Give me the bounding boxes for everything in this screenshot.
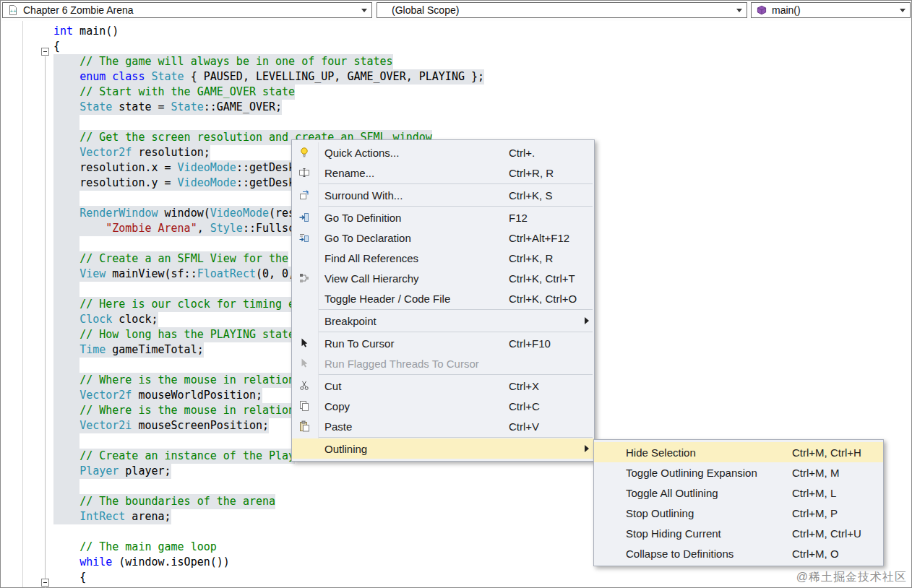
code-line-text: int main() (53, 24, 119, 39)
code-line-text: // The boundaries of the arena (53, 494, 275, 509)
code-line-text: RenderWindow window(VideoMode(res (53, 206, 295, 221)
submenu-item-toggle-all-outlining[interactable]: Toggle All OutliningCtrl+M, L (594, 483, 883, 503)
submenu-item-label: Hide Selection (594, 446, 792, 459)
member-dropdown[interactable]: main() (751, 2, 911, 18)
context-menu: Quick Actions...Ctrl+.Rename...Ctrl+R, R… (291, 139, 595, 462)
code-line-text (53, 236, 79, 251)
menu-item-shortcut: Ctrl+V (509, 420, 594, 433)
menu-item-shortcut: F12 (509, 212, 594, 224)
code-line: { (1, 570, 911, 585)
menu-item-cut[interactable]: CutCtrl+X (292, 376, 594, 396)
code-line-text: // How long has the PLAYING state (53, 327, 295, 342)
code-line-text: Vector2i mouseScreenPosition; (53, 418, 269, 433)
menu-separator (319, 183, 593, 184)
menu-item-shortcut: Ctrl+K, R (509, 252, 594, 264)
code-line-text (53, 433, 79, 449)
submenu-item-hide-selection[interactable]: Hide SelectionCtrl+M, Ctrl+H (594, 442, 883, 462)
submenu-item-shortcut: Ctrl+M, M (792, 467, 883, 479)
code-line-text: enum class State { PAUSED, LEVELLING_UP,… (53, 69, 484, 85)
chevron-down-icon (736, 9, 742, 12)
menu-item-go-to-declaration[interactable]: Go To DeclarationCtrl+Alt+F12 (292, 228, 594, 248)
code-line: int main() (1, 24, 911, 39)
submenu-item-toggle-outlining-expansion[interactable]: Toggle Outlining ExpansionCtrl+M, M (594, 462, 883, 483)
code-line-text: // Here is our clock for timing e (53, 297, 295, 312)
code-line-text: Clock clock; (53, 312, 158, 327)
menu-separator (319, 309, 593, 310)
menu-item-toggle-header-code-file[interactable]: Toggle Header / Code FileCtrl+K, Ctrl+O (292, 288, 594, 308)
editor-window: ++ Chapter 6 Zombie Arena (Global Scope)… (0, 0, 912, 588)
code-line-text: IntRect arena; (53, 509, 171, 524)
code-line-text (53, 191, 79, 206)
code-line (1, 115, 911, 130)
watermark: @稀土掘金技术社区 (796, 570, 907, 585)
menu-item-label: Quick Actions... (317, 147, 509, 159)
menu-item-breakpoint[interactable]: Breakpoint (292, 311, 594, 331)
menu-item-find-all-references[interactable]: Find All ReferencesCtrl+K, R (292, 248, 594, 268)
code-line-text (53, 282, 79, 297)
submenu-item-shortcut: Ctrl+M, Ctrl+U (792, 527, 883, 540)
menu-item-surround-with[interactable]: Surround With...Ctrl+K, S (292, 185, 594, 205)
code-line-text: View mainView(sf::FloatRect(0, 0, (53, 267, 295, 282)
submenu-item-collapse-to-definitions[interactable]: Collapse to DefinitionsCtrl+M, O (594, 543, 883, 563)
paste-icon (292, 420, 317, 432)
copy-icon (292, 400, 317, 412)
menu-item-label: Paste (317, 420, 509, 433)
menu-separator (319, 332, 593, 332)
file-dropdown[interactable]: ++ Chapter 6 Zombie Arena (2, 2, 372, 18)
menu-separator (319, 206, 593, 207)
menu-item-shortcut: Ctrl+K, S (509, 189, 594, 202)
menu-item-outlining[interactable]: Outlining (292, 438, 594, 459)
menu-item-quick-actions[interactable]: Quick Actions...Ctrl+. (292, 142, 594, 163)
menu-item-label: Copy (317, 400, 509, 412)
code-line-text: Player player; (53, 464, 171, 479)
code-line-text (53, 479, 79, 494)
submenu-item-label: Stop Outlining (594, 507, 792, 519)
menu-item-shortcut: Ctrl+K, Ctrl+T (509, 272, 594, 285)
goto-definition-icon (292, 212, 317, 223)
menu-item-label: Go To Definition (317, 212, 509, 224)
menu-item-shortcut: Ctrl+C (509, 400, 594, 412)
code-line-text: // Create an instance of the Play (53, 449, 295, 464)
menu-item-go-to-definition[interactable]: Go To DefinitionF12 (292, 207, 594, 228)
menu-item-paste[interactable]: PasteCtrl+V (292, 416, 594, 436)
code-line-text (53, 524, 79, 540)
cpp-file-icon: ++ (7, 4, 19, 16)
menu-item-label: Go To Declaration (317, 232, 509, 244)
code-line-text: { (53, 570, 86, 585)
rename-icon (292, 167, 317, 178)
menu-item-shortcut: Ctrl+F10 (509, 337, 594, 350)
method-icon (756, 4, 767, 16)
call-hierarchy-icon (292, 272, 317, 284)
submenu-item-stop-hiding-current[interactable]: Stop Hiding CurrentCtrl+M, Ctrl+U (594, 523, 883, 543)
code-line: // The game will always be in one of fou… (1, 54, 911, 69)
menu-item-run-to-cursor[interactable]: Run To CursorCtrl+F10 (292, 333, 594, 353)
navigation-bar: ++ Chapter 6 Zombie Arena (Global Scope)… (1, 1, 911, 22)
menu-item-label: Rename... (317, 167, 509, 179)
submenu-item-label: Toggle All Outlining (594, 487, 792, 499)
code-line-text (53, 115, 79, 130)
submenu-item-label: Collapse to Definitions (594, 548, 792, 560)
menu-item-view-call-hierarchy[interactable]: View Call HierarchyCtrl+K, Ctrl+T (292, 268, 594, 288)
submenu-item-label: Stop Hiding Current (594, 527, 792, 540)
menu-item-rename[interactable]: Rename...Ctrl+R, R (292, 163, 594, 183)
submenu-item-shortcut: Ctrl+M, P (792, 507, 883, 519)
goto-declaration-icon (292, 232, 317, 243)
menu-item-label: Find All References (317, 252, 509, 264)
member-dropdown-label: main() (772, 4, 900, 16)
submenu-item-stop-outlining[interactable]: Stop OutliningCtrl+M, P (594, 503, 883, 523)
run-flagged-icon (292, 358, 317, 369)
menu-item-label: Cut (317, 380, 509, 392)
code-line: State state = State::GAME_OVER; (1, 100, 911, 115)
code-line-text: { (53, 39, 60, 54)
submenu-item-shortcut: Ctrl+M, Ctrl+H (792, 446, 883, 459)
menu-item-label: Breakpoint (317, 315, 509, 327)
submenu-arrow-icon (585, 317, 589, 324)
menu-item-shortcut: Ctrl+. (509, 147, 594, 159)
scope-dropdown[interactable]: (Global Scope) (377, 2, 747, 18)
submenu-item-shortcut: Ctrl+M, L (792, 487, 883, 499)
menu-item-label: Surround With... (317, 189, 509, 202)
chevron-down-icon (900, 9, 905, 12)
menu-item-shortcut: Ctrl+X (509, 380, 594, 392)
menu-item-copy[interactable]: CopyCtrl+C (292, 396, 594, 416)
code-line-text: // The game will always be in one of fou… (53, 54, 393, 69)
